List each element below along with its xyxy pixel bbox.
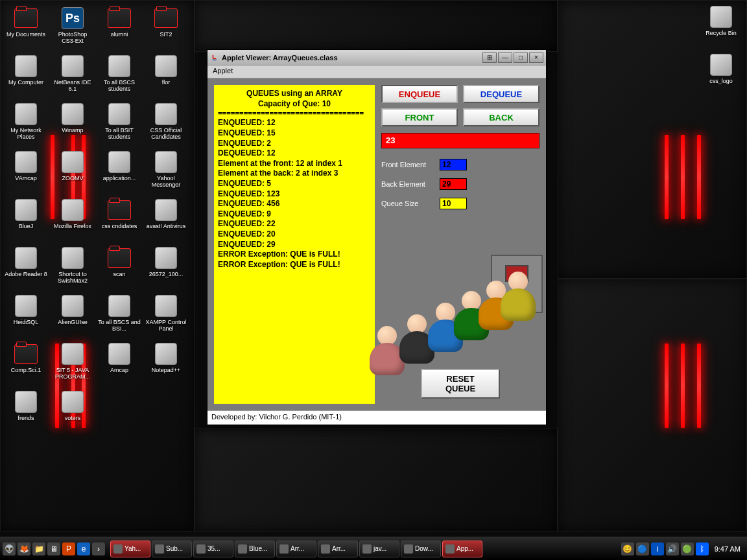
desktop-icon[interactable]: AlienGUIse (50, 292, 95, 327)
desktop-icon[interactable]: ZOOMV (50, 148, 95, 183)
desktop-icon[interactable]: scan (97, 244, 142, 279)
desktop-icon[interactable]: application... (97, 148, 142, 183)
task-icon (362, 544, 372, 554)
task-button[interactable]: Blue... (235, 541, 275, 557)
log-line: ENQUEUED: 123 (218, 189, 371, 200)
desktop-icon[interactable]: voters (50, 388, 95, 423)
desktop-icon[interactable]: 26572_100... (143, 244, 189, 279)
desktop-icon[interactable]: CSS Official Candidates (143, 100, 189, 142)
front-button[interactable]: FRONT (381, 108, 458, 126)
titlebar[interactable]: Applet Viewer: ArrayQueues.class ⊞ — □ × (208, 50, 546, 65)
desktop-icon[interactable]: css_logo (698, 51, 744, 86)
task-icon (196, 544, 206, 554)
desktop-icon[interactable]: NetBeans IDE 6.1 (50, 52, 95, 94)
log-line: ERROR Exception: QUE is FULL! (218, 260, 371, 270)
task-button[interactable]: App... (442, 541, 482, 557)
task-label: 35... (208, 545, 220, 552)
task-button[interactable]: Yah... (110, 541, 150, 557)
desktop-icon[interactable]: css cndidates (97, 196, 142, 231)
desktop-icon[interactable]: XAMPP Control Panel (143, 292, 189, 334)
task-button[interactable]: Dow... (401, 541, 441, 557)
task-button[interactable]: jav... (359, 541, 399, 557)
quicklaunch-icon[interactable]: 📁 (32, 542, 45, 555)
icon-label: My Documents (6, 32, 45, 38)
desktop-icon[interactable]: My Network Places (3, 100, 49, 142)
log-line: ERROR Exception: QUE is FULL! (218, 250, 371, 260)
dequeue-button[interactable]: DEQUEUE (463, 85, 540, 103)
desktop-icon[interactable]: To all BSIT students (97, 100, 142, 142)
log-line: ENQUEUED: 5 (218, 179, 371, 189)
desktop-icon[interactable]: To all BSCS students (97, 52, 142, 94)
desktop-icon[interactable]: My Computer (3, 52, 49, 88)
tray-icon[interactable]: i (651, 542, 664, 555)
minimize-button[interactable]: — (498, 52, 512, 63)
desktop-icon[interactable]: Yahoo! Messenger (143, 148, 189, 190)
quicklaunch-icon[interactable]: 🦊 (18, 542, 30, 555)
task-icon (113, 544, 123, 554)
desktop-icon[interactable]: BlueJ (3, 196, 49, 231)
task-button[interactable]: 35... (193, 541, 233, 557)
back-button[interactable]: BACK (463, 108, 540, 126)
icon-label: 26572_100... (149, 272, 184, 278)
tray-icon[interactable]: 🟢 (681, 542, 694, 555)
aero-icon[interactable]: ⊞ (482, 52, 497, 63)
tray-icon[interactable]: 😊 (621, 542, 634, 555)
system-tray: 😊 🔵 i 🔊 🟢 ᛒ 9:47 AM (617, 542, 744, 555)
task-button[interactable]: Sub... (152, 541, 192, 557)
desktop-icon[interactable]: PsPhotoShop CS3-Ext (50, 5, 95, 46)
log-line: ENQUEUED: 2 (218, 139, 371, 149)
close-button[interactable]: × (529, 52, 543, 63)
desktop-icon[interactable]: frends (3, 388, 49, 423)
reset-button[interactable]: RESET QUEUE (421, 369, 500, 399)
icon-label: To all BSCS and BSI... (98, 320, 141, 332)
desktop-icon[interactable]: Shortcut to SwishMax2 (50, 244, 95, 286)
task-button[interactable]: Arr... (276, 541, 316, 557)
tray-icon[interactable]: ᛒ (696, 542, 709, 555)
desktop-icon[interactable]: SIT 5 - JAVA PROGRAM... (50, 340, 95, 382)
clock[interactable]: 9:47 AM (715, 545, 741, 553)
start-button[interactable]: 👽 (3, 542, 16, 555)
tray-icon[interactable]: 🔊 (666, 542, 679, 555)
log-line: DEQUEUED: 12 (218, 148, 371, 159)
back-label: Back Element (381, 180, 440, 188)
icon-label: css cndidates (102, 224, 137, 230)
desktop-icon[interactable]: Amcap (97, 340, 142, 375)
desktop-icon[interactable]: Winamp (50, 100, 95, 135)
desktop-icon[interactable]: Recycle Bin (698, 3, 744, 38)
desktop-icon[interactable]: Notepad++ (143, 340, 189, 375)
log-line: ENQUEUED: 456 (218, 199, 371, 209)
applet-menu[interactable]: Applet (213, 67, 233, 75)
quicklaunch-icon[interactable]: e (77, 542, 90, 555)
tray-icon[interactable]: 🔵 (636, 542, 649, 555)
icon-label: alumni (111, 32, 128, 38)
icon-label: avast! Antivirus (147, 224, 186, 230)
desktop-icon[interactable]: To all BSCS and BSI... (97, 292, 142, 334)
enqueue-button[interactable]: ENQUEUE (381, 85, 458, 103)
icon-label: To all BSIT students (98, 128, 141, 141)
log-line: ENQUEUED: 12 (218, 118, 371, 128)
icon-label: Recycle Bin (706, 30, 737, 37)
maximize-button[interactable]: □ (514, 52, 528, 63)
icon-label: Adobe Reader 8 (5, 272, 47, 278)
log-line: ENQUEUED: 20 (218, 229, 371, 240)
task-button[interactable]: Arr... (318, 541, 358, 557)
quicklaunch-icon[interactable]: › (92, 542, 105, 555)
desktop-icon[interactable]: Adobe Reader 8 (3, 244, 49, 279)
desktop-icon[interactable]: VAmcap (3, 148, 49, 183)
task-label: App... (456, 545, 473, 552)
front-value: 12 (440, 159, 467, 170)
desktop-icon[interactable]: Comp.Sci.1 (3, 340, 49, 375)
desktop-icon[interactable]: flor (143, 52, 189, 88)
desktop-icon[interactable]: SIT2 (143, 5, 189, 40)
desktop-icon[interactable]: HeidiSQL (3, 292, 49, 327)
quicklaunch-icon[interactable]: 🖥 (47, 542, 60, 555)
icon-label: flor (162, 80, 171, 86)
quicklaunch-icon[interactable]: P (62, 542, 75, 555)
desktop-icon[interactable]: avast! Antivirus (143, 196, 189, 231)
desktop-icon[interactable]: My Documents (3, 5, 49, 40)
desktop-icon[interactable]: alumni (97, 5, 142, 40)
applet-window: Applet Viewer: ArrayQueues.class ⊞ — □ ×… (207, 49, 547, 425)
icon-label: Mozilla Firefox (54, 224, 91, 230)
icon-label: CSS Official Candidates (145, 128, 187, 141)
desktop-icon[interactable]: Mozilla Firefox (50, 196, 95, 231)
